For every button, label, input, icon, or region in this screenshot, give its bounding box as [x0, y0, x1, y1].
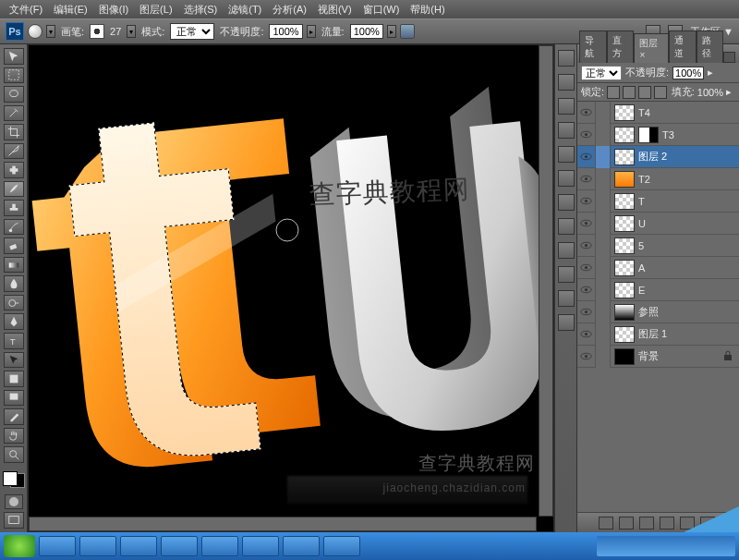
visibility-eye-icon[interactable] — [577, 301, 596, 323]
link-cell[interactable] — [596, 190, 611, 213]
link-cell[interactable] — [596, 102, 611, 124]
stamp-tool[interactable] — [4, 200, 24, 216]
link-cell[interactable] — [596, 146, 611, 168]
layer-name[interactable]: T4 — [638, 107, 739, 118]
color-swatches[interactable] — [3, 471, 25, 489]
menu-image[interactable]: 图像(I) — [93, 1, 134, 18]
eyedropper-tool[interactable] — [4, 408, 24, 425]
start-button[interactable] — [4, 535, 35, 557]
brush-preview-icon[interactable] — [90, 24, 104, 39]
blur-tool[interactable] — [4, 275, 24, 292]
flow-dropdown[interactable]: ▸ — [387, 25, 396, 38]
adjustment-layer-icon[interactable] — [660, 517, 674, 530]
visibility-eye-icon[interactable] — [577, 235, 596, 257]
layer-row[interactable]: E — [577, 279, 739, 301]
lock-pixels-icon[interactable] — [623, 86, 636, 99]
layer-row[interactable]: T3 — [577, 124, 739, 146]
info-dock-icon[interactable] — [558, 242, 575, 259]
layer-thumbnail[interactable] — [614, 127, 635, 143]
visibility-eye-icon[interactable] — [577, 168, 596, 190]
document-canvas[interactable]: 查字典教程网 查字典教程网 jiaocheng.chazidian.com — [28, 44, 554, 532]
opacity-field[interactable]: 100% — [269, 24, 302, 39]
fill-dropdown[interactable]: ▸ — [726, 86, 735, 99]
wand-tool[interactable] — [4, 105, 24, 122]
screen-mode-tool[interactable] — [4, 512, 24, 529]
layer-thumbnail[interactable] — [614, 326, 635, 343]
layer-row[interactable]: 图层 2 — [577, 146, 739, 168]
layer-thumbnail[interactable] — [614, 282, 635, 298]
layer-thumbnail[interactable] — [614, 171, 635, 188]
layer-row[interactable]: T2 — [577, 168, 739, 190]
link-cell[interactable] — [596, 346, 611, 368]
flow-field[interactable]: 100% — [350, 24, 383, 39]
link-cell[interactable] — [596, 213, 611, 235]
notes-tool[interactable] — [4, 390, 24, 407]
layer-row[interactable]: T4 — [577, 102, 739, 124]
canvas-v-scrollbar[interactable] — [539, 45, 553, 517]
layer-name[interactable]: E — [638, 285, 739, 296]
lock-all-icon[interactable] — [654, 86, 667, 99]
layer-fx-icon[interactable] — [619, 517, 634, 530]
layer-row[interactable]: A — [577, 257, 739, 279]
layer-list[interactable]: T4T3图层 2T2TU5AE参照图层 1背景 — [577, 102, 739, 512]
menu-layer[interactable]: 图层(L) — [134, 1, 177, 18]
layer-thumbnail[interactable] — [614, 104, 635, 121]
taskbar-button[interactable] — [323, 536, 360, 556]
layer-row[interactable]: 背景 — [577, 346, 739, 368]
layer-row[interactable]: T — [577, 190, 739, 213]
type-tool[interactable]: T — [4, 333, 24, 349]
tab-layers[interactable]: 图层 × — [634, 33, 668, 63]
layer-blend-mode-select[interactable]: 正常 — [581, 66, 622, 80]
pen-tool[interactable] — [4, 313, 24, 330]
layer-name[interactable]: 5 — [638, 240, 739, 251]
visibility-eye-icon[interactable] — [577, 190, 596, 213]
airbrush-icon[interactable] — [400, 24, 415, 39]
menu-select[interactable]: 选择(S) — [178, 1, 224, 18]
visibility-eye-icon[interactable] — [577, 257, 596, 279]
taskbar-button[interactable] — [79, 536, 116, 556]
crop-tool[interactable] — [4, 124, 24, 140]
layer-thumbnail[interactable] — [614, 348, 635, 365]
layer-row[interactable]: 图层 1 — [577, 323, 739, 346]
lock-position-icon[interactable] — [638, 86, 651, 99]
eraser-tool[interactable] — [4, 237, 24, 254]
tool-preset-dropdown[interactable]: ▾ — [46, 25, 55, 38]
layer-name[interactable]: A — [638, 262, 739, 274]
gradient-tool[interactable] — [4, 257, 24, 274]
layer-name[interactable]: T2 — [638, 174, 739, 185]
marquee-tool[interactable] — [4, 67, 24, 84]
visibility-eye-icon[interactable] — [577, 346, 596, 368]
visibility-eye-icon[interactable] — [577, 146, 596, 168]
layer-name[interactable]: 参照 — [638, 305, 739, 319]
layer-thumbnail[interactable] — [614, 193, 635, 210]
swatches-dock-icon[interactable] — [558, 98, 575, 115]
link-cell[interactable] — [596, 168, 611, 190]
layer-thumbnail[interactable] — [614, 260, 635, 276]
layer-name[interactable]: 图层 1 — [638, 327, 739, 341]
move-tool[interactable] — [4, 48, 24, 65]
tab-paths[interactable]: 路径 — [697, 30, 724, 63]
layer-name[interactable]: 图层 2 — [638, 150, 739, 164]
link-cell[interactable] — [596, 124, 611, 146]
dodge-tool[interactable] — [4, 295, 24, 311]
taskbar-button[interactable] — [283, 536, 320, 556]
menu-help[interactable]: 帮助(H) — [405, 1, 450, 18]
layer-row[interactable]: 5 — [577, 235, 739, 257]
canvas-h-scrollbar[interactable] — [29, 517, 537, 531]
opacity-dropdown[interactable]: ▸ — [307, 25, 316, 38]
navigator-dock-icon[interactable] — [558, 50, 575, 67]
link-cell[interactable] — [596, 301, 611, 323]
menu-file[interactable]: 文件(F) — [4, 1, 48, 18]
taskbar-button[interactable] — [201, 536, 238, 556]
brush-dock-icon[interactable] — [558, 266, 575, 283]
layer-name[interactable]: U — [638, 218, 739, 229]
zoom-tool[interactable] — [4, 446, 24, 463]
visibility-eye-icon[interactable] — [577, 323, 596, 346]
styles-dock-icon[interactable] — [558, 122, 575, 139]
tool-preset-icon[interactable] — [28, 24, 42, 39]
tab-navigator[interactable]: 导航 — [579, 30, 607, 63]
tab-histogram[interactable]: 直方 — [607, 30, 635, 63]
layer-row[interactable]: 参照 — [577, 301, 739, 323]
history-brush-tool[interactable] — [4, 219, 24, 236]
taskbar-button[interactable] — [161, 536, 198, 556]
